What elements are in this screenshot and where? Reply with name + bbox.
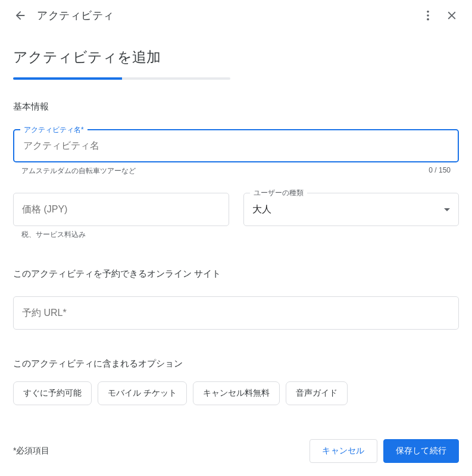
chip-free-cancel[interactable]: キャンセル料無料 — [193, 381, 280, 405]
user-type-label: ユーザーの種類 — [250, 188, 307, 198]
chip-instant-booking[interactable]: すぐに予約可能 — [13, 381, 92, 405]
close-icon — [445, 9, 458, 22]
booking-url-field[interactable]: 予約 URL* — [13, 296, 459, 330]
cancel-button[interactable]: キャンセル — [310, 439, 377, 463]
price-helper: 税、サービス料込み — [21, 230, 86, 240]
price-field[interactable]: 価格 (JPY) — [13, 193, 229, 226]
price-label: 価格 (JPY) — [22, 203, 220, 216]
chip-audio-guide[interactable]: 音声ガイド — [286, 381, 348, 405]
svg-point-0 — [427, 11, 429, 13]
close-button[interactable] — [440, 4, 464, 27]
activity-name-helper: アムステルダムの自転車ツアーなど — [21, 166, 136, 176]
booking-url-label: 予約 URL* — [22, 307, 450, 320]
progress-bar — [13, 77, 230, 80]
activity-name-counter: 0 / 150 — [429, 166, 451, 176]
user-type-select[interactable]: ユーザーの種類 大人 — [243, 193, 460, 226]
section-basic-info: 基本情報 — [13, 101, 459, 112]
progress-fill — [13, 77, 122, 80]
activity-name-input[interactable] — [22, 140, 450, 152]
more-vert-icon — [421, 9, 435, 22]
svg-point-1 — [427, 14, 429, 17]
required-note: *必須項目 — [13, 446, 310, 456]
option-chips: すぐに予約可能 モバイル チケット キャンセル料無料 音声ガイド — [13, 381, 459, 405]
arrow-back-icon — [14, 9, 27, 22]
svg-point-2 — [427, 18, 429, 21]
section-options: このアクティビティに含まれるオプション — [13, 358, 459, 369]
chip-mobile-ticket[interactable]: モバイル チケット — [98, 381, 187, 405]
more-button[interactable] — [416, 4, 440, 27]
activity-name-label: アクティビティ名* — [20, 125, 87, 135]
user-type-value: 大人 — [252, 203, 440, 216]
section-booking-site: このアクティビティを予約できるオンライン サイト — [13, 268, 459, 280]
chevron-down-icon — [444, 208, 450, 211]
topbar-title: アクティビティ — [37, 8, 416, 23]
back-button[interactable] — [8, 4, 32, 27]
save-continue-button[interactable]: 保存して続行 — [383, 439, 460, 463]
activity-name-field[interactable]: アクティビティ名* — [13, 129, 459, 162]
page-title: アクティビティを追加 — [13, 48, 459, 67]
